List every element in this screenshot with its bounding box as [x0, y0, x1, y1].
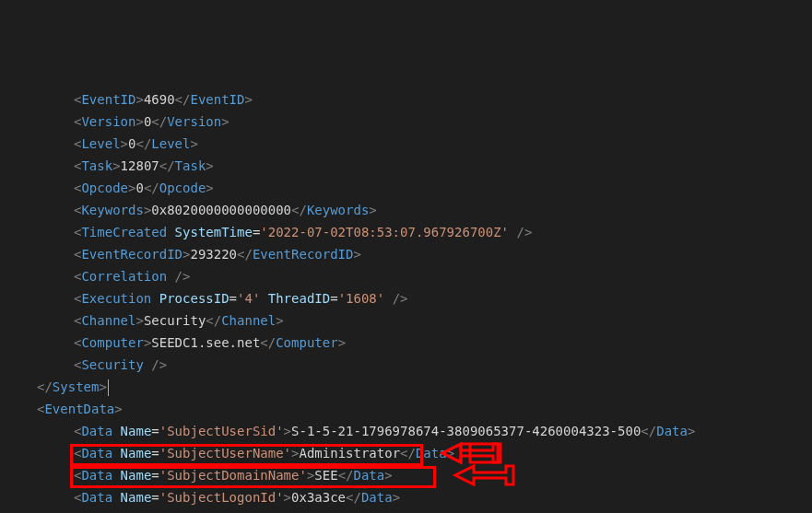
xml-bracket: </	[291, 203, 307, 217]
code-line[interactable]: <Data Name='SourceHandleId'>0x30c</Data>	[0, 508, 812, 513]
xml-bracket: </	[346, 490, 361, 505]
xml-bracket: >	[112, 158, 120, 173]
code-line[interactable]: </System>	[0, 376, 812, 398]
xml-tag: EventData	[44, 402, 114, 416]
xml-bracket: >	[99, 379, 106, 394]
code-line[interactable]: <Data Name='SubjectUserSid'>S-1-5-21-179…	[0, 420, 812, 442]
xml-bracket: </	[338, 468, 354, 483]
xml-attr-value: 'SubjectUserName'	[159, 446, 291, 461]
code-line[interactable]: <EventRecordID>293220</EventRecordID>	[0, 243, 812, 265]
code-line[interactable]: <Data Name='SubjectDomainName'>SEE</Data…	[0, 464, 812, 486]
xml-bracket: >	[688, 424, 695, 438]
xml-equals: =	[151, 424, 159, 438]
xml-attr-name: Name	[121, 490, 152, 505]
xml-attr-name: ThreadID	[268, 291, 330, 306]
xml-attr-value: 'SubjectLogonId'	[159, 490, 284, 505]
xml-tag: EventID	[190, 92, 244, 107]
code-line[interactable]: <Computer>SEEDC1.see.net</Computer>	[0, 332, 812, 354]
xml-equals: =	[151, 468, 159, 483]
xml-bracket: </	[151, 114, 167, 129]
xml-bracket: >	[244, 92, 252, 107]
xml-bracket: />	[151, 357, 167, 372]
xml-bracket: </	[641, 424, 656, 438]
xml-tag: Opcode	[159, 181, 206, 195]
xml-bracket: </	[260, 335, 276, 350]
xml-tag: Version	[81, 114, 135, 129]
code-line[interactable]: <TimeCreated SystemTime='2022-07-02T08:5…	[0, 221, 812, 243]
xml-bracket: >	[206, 158, 213, 173]
xml-tag: Data	[81, 424, 112, 438]
xml-text: 0	[135, 181, 143, 195]
xml-bracket: >	[369, 203, 376, 217]
xml-attr-name: Name	[121, 468, 152, 483]
xml-tag: Level	[81, 136, 120, 151]
code-line[interactable]: <Keywords>0x8020000000000000</Keywords>	[0, 199, 812, 221]
xml-bracket: >	[338, 335, 346, 350]
xml-text: 0x8020000000000000	[151, 203, 291, 217]
xml-attr-value: '2022-07-02T08:53:07.967926700Z'	[260, 225, 509, 239]
code-line[interactable]: <Correlation />	[0, 265, 812, 287]
xml-text: S-1-5-21-1796978674-3809065377-426000432…	[291, 424, 641, 438]
xml-bracket: </	[400, 446, 416, 461]
xml-bracket: >	[135, 92, 143, 107]
xml-tag: Data	[81, 468, 112, 483]
xml-bracket: >	[284, 490, 291, 505]
xml-tag: System	[53, 379, 100, 394]
xml-tag: Data	[361, 490, 393, 505]
xml-bracket: >	[447, 446, 454, 461]
code-line[interactable]: <Data Name='SubjectUserName'>Administrat…	[0, 442, 812, 464]
xml-tag: Security	[81, 357, 143, 372]
xml-tag: EventRecordID	[81, 247, 182, 262]
code-line[interactable]: <Data Name='SubjectLogonId'>0x3a3ce</Dat…	[0, 486, 812, 508]
code-line[interactable]: <Channel>Security</Channel>	[0, 309, 812, 332]
xml-bracket: >	[190, 136, 197, 151]
xml-bracket: </	[159, 158, 175, 173]
code-line[interactable]: <EventData>	[0, 398, 812, 420]
xml-bracket: >	[135, 313, 143, 328]
xml-equals: =	[151, 490, 159, 505]
code-line[interactable]: <Opcode>0</Opcode>	[0, 177, 812, 199]
xml-tag: Computer	[81, 335, 143, 350]
code-line[interactable]: <EventID>4690</EventID>	[0, 88, 812, 111]
code-line[interactable]: <Security />	[0, 354, 812, 376]
xml-bracket: >	[206, 181, 213, 195]
text-cursor	[108, 379, 109, 396]
xml-tag: Data	[81, 446, 112, 461]
xml-tag: Channel	[221, 313, 276, 328]
xml-tag: Keywords	[81, 203, 143, 217]
xml-bracket: >	[393, 490, 400, 505]
code-editor[interactable]: <EventID>4690</EventID><Version>0</Versi…	[0, 88, 812, 513]
xml-bracket: >	[384, 468, 392, 483]
xml-bracket: </	[37, 379, 53, 394]
xml-attr-value: '1608'	[338, 291, 385, 306]
xml-tag: Data	[416, 446, 447, 461]
xml-text: SEE	[314, 468, 337, 483]
code-line[interactable]: <Execution ProcessID='4' ThreadID='1608'…	[0, 287, 812, 309]
xml-text: Security	[144, 313, 206, 328]
xml-attr-value: 'SubjectUserSid'	[159, 424, 284, 438]
xml-equals: =	[330, 291, 337, 306]
xml-bracket: />	[516, 225, 532, 239]
xml-bracket: >	[353, 247, 360, 262]
xml-bracket: </	[206, 313, 221, 328]
xml-tag: Data	[656, 424, 688, 438]
xml-bracket: >	[135, 114, 143, 129]
xml-text: Administrator	[299, 446, 400, 461]
xml-bracket: </	[135, 136, 151, 151]
xml-attr-name: ProcessID	[159, 291, 229, 306]
code-line[interactable]: <Task>12807</Task>	[0, 155, 812, 177]
xml-text: SEEDC1.see.net	[151, 335, 260, 350]
code-line[interactable]: <Level>0</Level>	[0, 133, 812, 155]
xml-attr-name: SystemTime	[175, 225, 253, 239]
xml-attr-name: Name	[121, 446, 152, 461]
xml-tag: Level	[151, 136, 190, 151]
code-line[interactable]: <Version>0</Version>	[0, 111, 812, 133]
xml-bracket: >	[284, 424, 291, 438]
xml-bracket: />	[175, 269, 191, 284]
xml-bracket: </	[175, 92, 191, 107]
xml-tag: Computer	[276, 335, 337, 350]
xml-tag: EventRecordID	[253, 247, 354, 262]
xml-tag: Data	[354, 468, 385, 483]
xml-bracket: />	[393, 291, 408, 306]
xml-bracket: >	[276, 313, 283, 328]
